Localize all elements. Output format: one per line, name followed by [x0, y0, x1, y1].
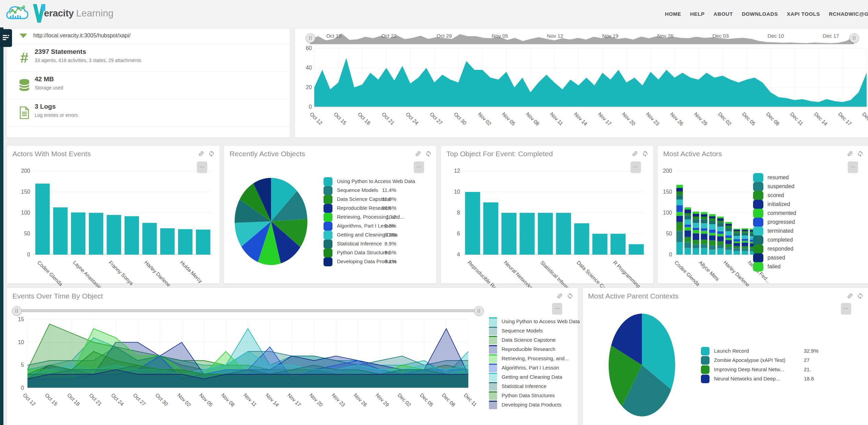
top-navbar: eracity Learning HOMEHELPABOUTDOWNLOADSX… [0, 0, 868, 27]
endpoint-url: http://local.veracity.it:3005/hubspot/xa… [33, 33, 130, 39]
legend-swatch [701, 356, 709, 365]
actors-bar-chart[interactable]: 200150100500Codee GlendaLayne AnastasieF… [7, 146, 220, 283]
storage-stat-row[interactable]: 42 MB Storage used [7, 71, 290, 99]
contexts-pie-chart[interactable]: Launch Record32.9%Zombie Apocalypse (xAP… [583, 288, 868, 425]
legend-label: Using Python to Access Web Data [502, 318, 580, 324]
objects-pie-chart[interactable]: Using Python to Access Web DataSequence … [224, 146, 436, 283]
more-options-button[interactable]: ... [631, 161, 641, 173]
legend-value: 32.9% [804, 348, 825, 354]
logs-count: 3 Logs [35, 103, 56, 110]
legend-value: 8.5% [375, 250, 396, 255]
legend-value: 8.1% [375, 258, 396, 264]
legend-swatch [324, 213, 332, 222]
legend-value: 10.2 [375, 214, 396, 220]
more-options-button[interactable]: ... [552, 303, 562, 315]
x-axis-label: Codee Glenda [673, 259, 701, 287]
x-axis-label: Dec 11 [463, 392, 478, 408]
legend-label: Data Science Capstone [502, 337, 556, 343]
navbar-menu: HOMEHELPABOUTDOWNLOADSXAPI TOOLSRCHADWIC… [665, 0, 868, 27]
legend-label: Python Data Structures [502, 392, 555, 398]
x-axis-label: Oct 12 [22, 392, 37, 407]
x-axis-label: Nov 08 [220, 392, 236, 408]
brand-text: eracity Learning [44, 8, 114, 19]
x-axis-label: Allyce Mimi [698, 259, 720, 282]
logs-stat-row[interactable]: 3 Logs Log entries or errors [7, 99, 290, 126]
range-handle-right[interactable] [474, 306, 484, 316]
nav-item-rchadwic-gmail-com[interactable]: RCHADWIC@GMAIL.COM [829, 11, 868, 17]
statements-over-time-chart[interactable]: Oct 15Oct 22Oct 29Nov 05Nov 12Nov 19Nov … [295, 28, 868, 137]
more-options-button[interactable]: ... [414, 161, 424, 173]
y-axis-label: 50 [658, 231, 672, 237]
legend-swatch [489, 401, 497, 409]
legend-swatch [489, 364, 497, 372]
selector-tick-label: Dec 03 [712, 33, 729, 39]
sidebar-toggle-button[interactable] [0, 29, 12, 47]
nav-item-home[interactable]: HOME [665, 11, 681, 17]
legend-label: Launch Record [714, 348, 749, 354]
actors-stacked-bar-chart[interactable]: 200150100500Codee GlendaAllyce MimiHarle… [658, 146, 868, 283]
legend-value: 11.0% [375, 196, 396, 202]
legend-swatch [753, 244, 763, 254]
y-axis-label: 0 [658, 252, 672, 258]
veracity-logo[interactable]: eracity Learning [5, 2, 114, 25]
y-axis-label: 6 [444, 231, 460, 237]
range-handle-left[interactable] [306, 33, 315, 43]
selector-tick-label: Oct 22 [382, 33, 397, 39]
legend-value: 8.9% [375, 241, 396, 246]
completed-bar-chart[interactable]: 1210864Reproducible ResearchNeural Netwo… [441, 146, 653, 283]
legend-label: Using Python to Access Web Data [337, 178, 415, 184]
x-axis-label: Codee Glenda [36, 259, 64, 287]
legend-swatch [324, 204, 332, 213]
sidebar-rail [0, 27, 3, 425]
statements-stat-row[interactable]: # 2397 Statements 33 agents, 418 activit… [7, 44, 290, 72]
legend-label: Zombie Apocalypse (xAPI Test) [714, 357, 785, 363]
legend-swatch [489, 373, 497, 381]
x-axis-label: Dec 08 [441, 392, 457, 408]
legend-label: passed [767, 255, 785, 261]
nav-item-about[interactable]: ABOUT [714, 11, 733, 17]
more-options-button[interactable]: ... [841, 303, 851, 315]
x-axis-label: Dec 02 [397, 392, 412, 408]
brand-word-veracity: eracity [44, 8, 74, 19]
legend-swatch [753, 227, 763, 236]
legend-swatch [753, 209, 763, 218]
selector-tick-label: Nov 12 [547, 33, 563, 39]
legend-label: initialized [767, 201, 790, 207]
y-axis-label: 200 [658, 168, 672, 174]
menu-list-icon [3, 35, 9, 40]
y-axis-label: 10 [444, 189, 460, 195]
legend-label: Sequence Models [337, 187, 378, 193]
nav-item-downloads[interactable]: DOWNLOADS [742, 11, 778, 17]
legend-swatch [753, 173, 763, 182]
most-active-parent-contexts-card: Most Active Parent Contexts Launch Recor… [582, 288, 868, 425]
events-area-chart[interactable]: 151050Oct 12Oct 15Oct 18Oct 21Oct 24Oct … [7, 288, 578, 425]
range-handle-left[interactable] [12, 306, 22, 316]
lrs-summary-card: http://local.veracity.it:3005/hubspot/xa… [6, 28, 291, 138]
more-options-button[interactable]: ... [197, 161, 207, 173]
legend-swatch [489, 354, 497, 363]
legend-swatch [489, 336, 497, 344]
nav-item-xapi-tools[interactable]: XAPI TOOLS [787, 11, 820, 17]
legend-swatch [489, 391, 497, 400]
legend-label: progressed [767, 219, 795, 225]
legend-label: Getting and Cleaning Data [502, 374, 562, 380]
x-axis-label: Nov 17 [286, 392, 302, 408]
y-axis-label: 40 [298, 65, 312, 71]
y-axis-label: 5 [12, 362, 24, 368]
legend-swatch [753, 191, 763, 200]
legend-label: Sequence Models [502, 328, 543, 333]
legend-swatch [324, 248, 332, 257]
nav-item-help[interactable]: HELP [690, 11, 704, 17]
endpoint-row[interactable]: http://local.veracity.it:3005/hubspot/xa… [7, 28, 290, 44]
y-axis-label: 50 [10, 231, 30, 237]
legend-swatch [701, 375, 709, 383]
selector-tick-label: Dec 17 [823, 33, 839, 39]
y-axis-label: 4 [444, 252, 460, 258]
legend-label: commented [767, 210, 796, 216]
most-active-actors-card: Most Active Actors 200150100500Codee Gle… [657, 145, 868, 284]
y-axis-label: 15 [12, 316, 24, 323]
more-options-button[interactable]: ... [848, 161, 858, 173]
storage-detail: Storage used [35, 85, 63, 90]
storage-amount: 42 MB [35, 75, 54, 83]
range-handle-right[interactable] [849, 33, 859, 43]
